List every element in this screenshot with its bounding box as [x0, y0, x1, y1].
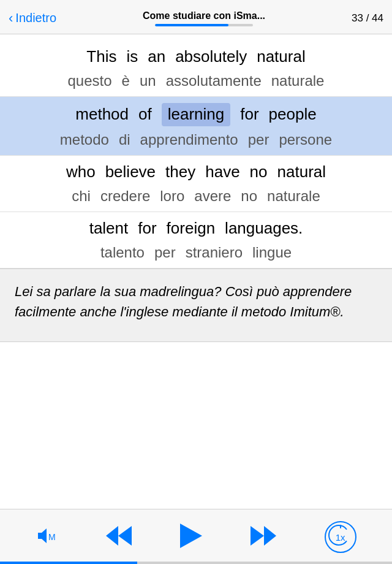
header-title: Come studiare con iSma... — [143, 10, 265, 21]
word[interactable]: believe — [105, 162, 156, 183]
english-row-3: who believe they have no natural — [0, 156, 392, 185]
word[interactable]: apprendimento — [140, 130, 238, 149]
svg-marker-0 — [38, 528, 47, 543]
italian-row-4: talento per straniero lingue — [0, 242, 392, 268]
word[interactable]: languages. — [225, 218, 303, 239]
bottom-progress-bar — [0, 562, 392, 564]
word[interactable]: method — [75, 104, 129, 125]
english-row-2: method of learning for people — [0, 97, 392, 129]
word[interactable]: have — [205, 162, 239, 183]
fast-forward-icon — [251, 525, 277, 549]
word[interactable]: straniero — [186, 243, 243, 262]
text-pair-2: method of learning for people metodo di … — [0, 97, 392, 156]
fast-forward-button[interactable] — [251, 525, 277, 549]
word[interactable]: natural — [277, 162, 326, 183]
volume-icon: M — [36, 527, 58, 547]
word[interactable]: foreign — [167, 218, 216, 239]
page-indicator: 33 / 44 — [352, 12, 383, 25]
italian-row-2: metodo di apprendimento per persone — [0, 129, 392, 155]
word[interactable]: an — [148, 47, 165, 67]
speed-circle: 1x — [325, 521, 356, 553]
word[interactable]: credere — [100, 186, 150, 205]
header-progress-bar — [155, 24, 253, 26]
svg-marker-3 — [106, 526, 118, 546]
navigation-bar: ‹ Indietro Come studiare con iSma... 33 … — [0, 0, 392, 34]
english-row-4: talent for foreign languages. — [0, 212, 392, 242]
word-learning[interactable]: learning — [162, 103, 231, 126]
word[interactable]: di — [119, 130, 130, 149]
word[interactable]: lingue — [252, 243, 292, 262]
word[interactable]: is — [126, 47, 138, 67]
italian-row-1: questo è un assolutamente naturale — [0, 70, 392, 96]
word[interactable]: they — [165, 162, 195, 183]
play-icon — [179, 522, 203, 551]
word[interactable]: This — [86, 47, 116, 67]
svg-marker-2 — [118, 526, 132, 546]
word[interactable]: metodo — [60, 130, 109, 149]
word[interactable]: people — [269, 104, 317, 125]
english-row-1: This is an absolutely natural — [0, 40, 392, 70]
word[interactable]: avere — [194, 186, 231, 205]
word[interactable]: è — [122, 71, 130, 90]
bottom-progress-fill — [0, 562, 137, 564]
word[interactable]: absolutely — [175, 47, 247, 67]
word[interactable]: for — [138, 218, 156, 239]
word[interactable]: naturale — [267, 186, 320, 205]
word[interactable]: naturale — [271, 71, 325, 90]
svg-text:M: M — [48, 532, 56, 542]
word[interactable]: for — [240, 104, 258, 125]
word[interactable]: talento — [100, 243, 145, 262]
svg-marker-6 — [264, 526, 276, 546]
rewind-icon — [105, 525, 132, 549]
back-chevron-icon: ‹ — [9, 12, 13, 25]
word[interactable]: persone — [279, 130, 332, 149]
text-pair-3: who believe they have no natural chi cre… — [0, 156, 392, 212]
word[interactable]: natural — [257, 47, 306, 67]
description-text: Lei sa parlare la sua madrelingua? Così … — [15, 284, 352, 319]
header-progress-fill — [155, 24, 228, 26]
word[interactable]: questo — [68, 71, 112, 90]
word[interactable]: no — [250, 162, 268, 183]
back-label: Indietro — [15, 11, 56, 25]
speed-button[interactable]: 1x — [325, 521, 356, 553]
word[interactable]: chi — [72, 186, 91, 205]
word[interactable]: loro — [160, 186, 184, 205]
content-area: This is an absolutely natural questo è u… — [0, 34, 392, 342]
playback-controls: M — [0, 509, 392, 564]
description-box: Lei sa parlare la sua madrelingua? Così … — [0, 269, 392, 342]
svg-marker-4 — [180, 524, 202, 548]
volume-button[interactable]: M — [36, 527, 58, 547]
rewind-button[interactable] — [105, 525, 132, 549]
word[interactable]: per — [248, 130, 270, 149]
speed-label: 1x — [336, 533, 345, 543]
word[interactable]: who — [66, 162, 96, 183]
word[interactable]: no — [241, 186, 257, 205]
word[interactable]: per — [154, 243, 176, 262]
word[interactable]: assolutamente — [166, 71, 262, 90]
play-button[interactable] — [179, 522, 203, 551]
word[interactable]: un — [140, 71, 156, 90]
text-pair-1: This is an absolutely natural questo è u… — [0, 40, 392, 97]
word[interactable]: of — [138, 104, 152, 125]
header-center: Come studiare con iSma... — [56, 10, 352, 26]
text-pair-4: talent for foreign languages. talento pe… — [0, 212, 392, 269]
svg-marker-5 — [251, 526, 264, 546]
word[interactable]: talent — [89, 218, 129, 239]
back-button[interactable]: ‹ Indietro — [9, 11, 56, 25]
italian-row-3: chi credere loro avere no naturale — [0, 185, 392, 212]
